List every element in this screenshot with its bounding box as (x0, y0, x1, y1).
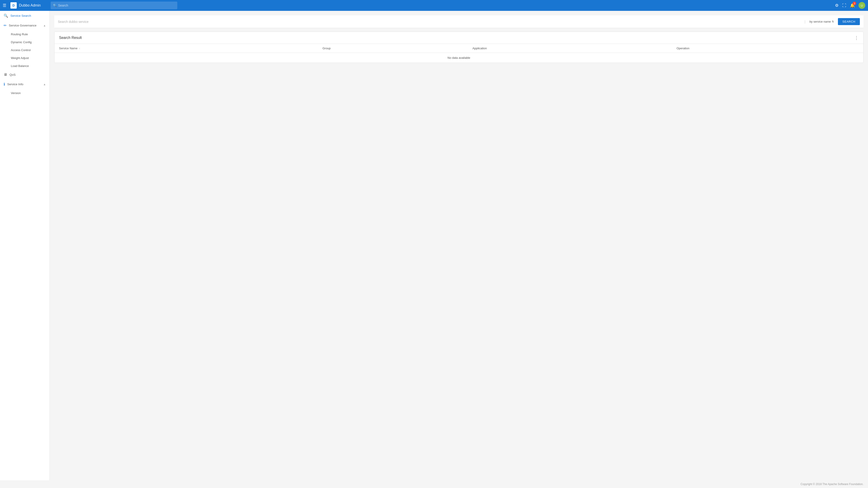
chevron-up-icon: ▲ (43, 83, 46, 86)
sidebar-item-load-balance[interactable]: Load Balance (0, 62, 50, 70)
main-layout: 🔍 Service Search ✏ Service Governance ▲ … (0, 11, 868, 480)
result-table: Service Name ↑ Group Application Operati… (55, 44, 863, 63)
search-icon: 🔍 (53, 4, 57, 7)
top-nav: ☰ D Dubbo Admin 🔍 ⚙ ⛶ 🔔 3 U (0, 0, 868, 11)
fullscreen-icon[interactable]: ⛶ (842, 3, 846, 8)
no-data-row: No data available (55, 53, 863, 63)
sidebar-item-version[interactable]: Version (0, 89, 50, 97)
logo-area: ☰ D Dubbo Admin (3, 2, 48, 8)
result-card-header: Search Result ⋮ (55, 32, 863, 44)
content-area: | by service name ⇅ SEARCH Search Result… (50, 11, 868, 480)
footer: Copyright © 2018 The Apache Software Fou… (0, 480, 868, 488)
col-group[interactable]: Group (318, 44, 468, 53)
sidebar-label: QoS (9, 73, 46, 77)
sidebar-item-dynamic-config[interactable]: Dynamic Config (0, 38, 50, 46)
sidebar-item-qos[interactable]: 🖥 QoS (0, 70, 50, 80)
sidebar-item-service-search[interactable]: 🔍 Service Search (0, 11, 50, 21)
nav-actions: ⚙ ⛶ 🔔 3 U (835, 2, 865, 9)
result-card: Search Result ⋮ Service Name ↑ Group (54, 32, 864, 63)
chevron-up-icon: ▲ (43, 24, 46, 27)
chevron-updown-icon: ⇅ (832, 20, 834, 23)
sidebar-label: Service Info (7, 83, 41, 86)
app-logo: D (10, 2, 17, 8)
settings-icon[interactable]: ⚙ (835, 3, 839, 8)
more-actions-icon[interactable]: ⋮ (854, 35, 859, 40)
sort-icon: ↑ (79, 47, 80, 50)
divider: | (805, 20, 806, 24)
no-data-message: No data available (55, 53, 863, 63)
sidebar-label: Service Governance (9, 24, 41, 27)
avatar[interactable]: U (859, 2, 865, 9)
app-title: Dubbo Admin (19, 3, 41, 7)
col-application[interactable]: Application (468, 44, 672, 53)
menu-icon[interactable]: ☰ (3, 3, 6, 8)
notification-badge: 3 (852, 2, 856, 5)
search-button[interactable]: SEARCH (838, 18, 860, 25)
col-service-name[interactable]: Service Name ↑ (55, 44, 318, 53)
search-icon: 🔍 (4, 13, 8, 18)
monitor-icon: 🖥 (4, 72, 7, 77)
sidebar-label: Service Search (10, 14, 46, 18)
edit-icon: ✏ (4, 23, 6, 28)
sidebar-item-routing-rule[interactable]: Routing Rule (0, 30, 50, 38)
sidebar-item-service-info[interactable]: ℹ Service Info ▲ (0, 80, 50, 89)
global-search-bar[interactable]: 🔍 (51, 2, 177, 9)
notification-wrapper[interactable]: 🔔 3 (850, 3, 855, 8)
search-type-selector[interactable]: by service name ⇅ (808, 20, 836, 23)
result-title: Search Result (59, 36, 82, 40)
search-type-label: by service name (809, 20, 831, 23)
sidebar-item-access-control[interactable]: Access Control (0, 46, 50, 54)
col-operation[interactable]: Operation (672, 44, 863, 53)
service-search-bar: | by service name ⇅ SEARCH (54, 16, 864, 28)
sidebar-item-service-governance[interactable]: ✏ Service Governance ▲ (0, 21, 50, 30)
service-search-input[interactable] (58, 20, 802, 24)
info-icon: ℹ (4, 82, 5, 86)
global-search-input[interactable] (58, 4, 175, 7)
copyright-text: Copyright © 2018 The Apache Software Fou… (801, 483, 864, 486)
sidebar: 🔍 Service Search ✏ Service Governance ▲ … (0, 11, 50, 480)
sidebar-item-weight-adjust[interactable]: Weight Adjust (0, 54, 50, 62)
